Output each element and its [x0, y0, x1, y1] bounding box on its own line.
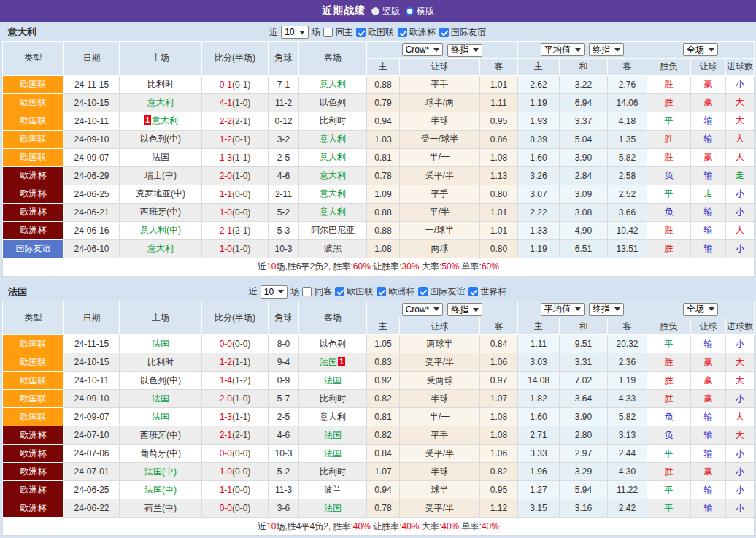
- league-filter-checkbox[interactable]: [439, 28, 449, 37]
- home-team-cell: 意大利: [120, 93, 202, 112]
- home-team-cell: 法国: [120, 148, 202, 166]
- avg-away: 10.42: [608, 221, 647, 239]
- avg-home: 1.19: [518, 93, 560, 112]
- league-filter-checkbox[interactable]: [377, 287, 386, 296]
- competition-badge: 欧洲杯: [3, 481, 64, 499]
- home-team-cell: 西班牙(中): [120, 203, 202, 221]
- avg-draw: 5.04: [560, 130, 608, 148]
- bookmaker-select[interactable]: Crow*: [402, 303, 444, 316]
- team-label: 瑞士(中): [144, 170, 177, 180]
- league-filter-checkbox[interactable]: [356, 28, 366, 37]
- competition-badge: 欧国联: [3, 335, 64, 353]
- team-label: 比利时: [320, 115, 346, 126]
- final-odds-select[interactable]: 终指: [589, 43, 624, 56]
- odds-home: 0.84: [367, 445, 400, 463]
- sub-col-header: 和: [560, 318, 608, 335]
- final-odds-select[interactable]: 终指: [447, 303, 482, 316]
- layout-radio-horizontal[interactable]: 横版: [406, 5, 434, 18]
- odds-source-group: Crow*终指: [367, 42, 518, 59]
- away-team-cell: 意大利: [299, 203, 367, 221]
- avg-home: 2.22: [518, 203, 560, 221]
- bookmaker-select[interactable]: Crow*: [402, 43, 444, 56]
- layout-radio-vertical[interactable]: 竖版: [371, 5, 400, 18]
- fulltime-score: 1-3: [220, 153, 232, 163]
- col-header: 客场: [299, 301, 367, 335]
- average-select[interactable]: 平均值: [541, 43, 585, 56]
- corner-cell: 2-5: [269, 148, 299, 166]
- match-date: 24-10-11: [64, 112, 120, 130]
- recent-count-select[interactable]: 10: [281, 26, 308, 39]
- team-label: 法国: [324, 503, 342, 513]
- radio-selected-icon[interactable]: [371, 7, 379, 15]
- corner-cell: 3-2: [269, 130, 299, 148]
- fulltime-score: 0-0: [220, 339, 232, 349]
- final-odds-select[interactable]: 终指: [447, 44, 482, 57]
- sub-col-header: 主: [367, 58, 400, 75]
- match-date: 24-09-07: [64, 148, 120, 166]
- team-label: 意大利: [147, 243, 174, 253]
- matches-label: 场: [290, 285, 299, 298]
- sub-col-header: 胜负: [647, 318, 691, 335]
- league-filter-label: 欧国联: [368, 26, 394, 39]
- summary-row: 近10场,胜6平2负2, 胜率:60% 让胜率:30% 大率:50% 单率:60…: [3, 258, 755, 276]
- same-venue-checkbox[interactable]: [302, 287, 312, 296]
- same-venue-checkbox[interactable]: [323, 28, 333, 37]
- away-team-cell: 比利时: [299, 112, 367, 130]
- recent-label: 近: [269, 26, 278, 39]
- odds-away: 0.84: [480, 335, 518, 353]
- result-handicap: 赢: [691, 93, 726, 112]
- result-outcome: 胜: [647, 221, 691, 239]
- team-label: 葡萄牙(中): [140, 448, 181, 458]
- result-goals: 小: [726, 185, 755, 203]
- odds-home: 0.94: [367, 481, 400, 499]
- fulltime-score: 1-2: [220, 134, 232, 145]
- team-label: 比利时: [147, 357, 174, 367]
- competition-badge: 欧洲杯: [3, 203, 64, 221]
- score-cell: 1-1(0-0): [202, 481, 269, 499]
- match-scope-select[interactable]: 全场: [683, 303, 718, 316]
- home-team-cell: 瑞士(中): [120, 166, 202, 185]
- odds-handicap: 半球: [400, 390, 480, 408]
- sub-col-header: 客: [608, 318, 647, 335]
- radio-unselected-icon[interactable]: [406, 7, 414, 15]
- avg-home: 1.11: [518, 335, 560, 353]
- odds-handicap: 受平/半: [400, 445, 480, 463]
- recent-count-select[interactable]: 10: [261, 285, 288, 299]
- league-filter-checkbox[interactable]: [418, 287, 428, 296]
- result-goals: 小: [726, 239, 755, 258]
- avg-away: 3.66: [608, 203, 647, 221]
- avg-draw: 3.90: [560, 148, 608, 166]
- result-outcome: 负: [647, 166, 691, 185]
- team-label: 意大利: [320, 79, 346, 89]
- result-handicap: 输: [691, 112, 726, 130]
- league-filter-checkbox[interactable]: [398, 28, 407, 37]
- col-header: 类型: [3, 42, 64, 76]
- away-team-cell: 比利时: [299, 390, 367, 408]
- home-team-cell: 法国: [120, 335, 202, 353]
- team-label: 意大利: [320, 152, 346, 162]
- home-team-cell: 法国(中): [120, 481, 202, 499]
- odds-away: 0.95: [480, 112, 518, 130]
- chevron-down-icon: [473, 48, 479, 52]
- away-team-cell: 意大利: [299, 408, 367, 426]
- match-date: 24-10-15: [64, 93, 120, 112]
- chevron-down-icon: [278, 290, 284, 293]
- halftime-score: (0-1): [232, 134, 250, 145]
- odds-handicap: 球半/两: [400, 93, 480, 112]
- avg-draw: 2.80: [560, 426, 608, 445]
- away-team-cell: 以色列: [299, 93, 367, 112]
- col-header: 角球: [269, 301, 299, 335]
- match-scope-select[interactable]: 全场: [683, 43, 718, 56]
- match-row: 欧洲杯24-06-29瑞士(中)2-0(1-0)4-6意大利0.78受平/半1.…: [3, 166, 755, 185]
- odds-home: 0.79: [367, 93, 400, 112]
- final-odds-select[interactable]: 终指: [589, 303, 624, 316]
- home-team-cell: 比利时: [120, 353, 202, 372]
- league-filter-checkbox[interactable]: [335, 287, 344, 296]
- average-select[interactable]: 平均值: [541, 303, 585, 316]
- odds-home: 0.88: [367, 221, 400, 239]
- halftime-score: (1-1): [232, 357, 250, 367]
- odds-handicap: 平手: [400, 426, 480, 445]
- league-filter-checkbox[interactable]: [468, 287, 478, 296]
- col-header: 客场: [299, 42, 367, 76]
- avg-home: 1.93: [518, 112, 560, 130]
